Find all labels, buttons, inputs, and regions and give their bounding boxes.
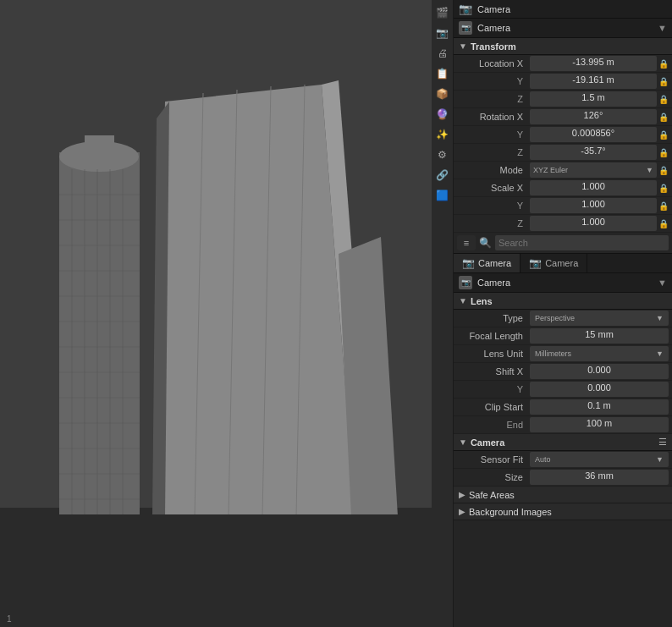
- shift-x-value[interactable]: 0.000: [530, 364, 669, 379]
- tab-camera-2[interactable]: 📷 Camera: [521, 254, 587, 272]
- location-x-row: Location X -13.995 m 🔒: [454, 55, 672, 73]
- tab-camera-1[interactable]: 📷 Camera: [454, 254, 521, 272]
- shift-x-label: Shift X: [454, 366, 530, 377]
- viewport[interactable]: 1: [0, 0, 432, 627]
- tab-row: 📷 Camera 📷 Camera: [454, 254, 672, 273]
- rotation-z-lock-icon[interactable]: 🔒: [658, 148, 669, 157]
- location-y-lock-icon[interactable]: 🔒: [658, 77, 669, 86]
- scale-z-value[interactable]: 1.000: [530, 216, 657, 231]
- lens-unit-row: Lens Unit Millimeters ▼: [454, 345, 672, 363]
- lens-unit-value: Millimeters: [535, 349, 571, 358]
- properties-panel: 📷 Camera 📷 Camera ▼ ▼ Transform Location…: [454, 0, 672, 627]
- lens-section-header[interactable]: ▼ Lens: [454, 293, 672, 310]
- rotation-z-value[interactable]: -35.7°: [530, 145, 657, 160]
- scale-y-row: Y 1.000 🔒: [454, 197, 672, 215]
- scale-z-lock-icon[interactable]: 🔒: [658, 219, 669, 228]
- scale-label: Scale X: [454, 183, 530, 193]
- focal-length-value[interactable]: 15 mm: [530, 328, 669, 344]
- size-row: Size 36 mm: [454, 469, 672, 487]
- rotation-y-label: Y: [454, 129, 530, 140]
- camera-dropdown-row2[interactable]: 📷 Camera ▼: [454, 273, 672, 293]
- size-value[interactable]: 36 mm: [530, 470, 669, 485]
- physics-icon-btn[interactable]: ⚙: [433, 146, 452, 164]
- search-input[interactable]: [495, 235, 669, 250]
- type-label: Type: [454, 313, 530, 323]
- mode-dropdown-value: XYZ Euler: [533, 166, 568, 174]
- scale-x-lock-icon[interactable]: 🔒: [658, 184, 669, 193]
- render-icon-btn[interactable]: 📷: [433, 24, 452, 42]
- clip-start-label: Clip Start: [454, 402, 530, 412]
- camera-section-header[interactable]: ▼ Camera ☰: [454, 434, 672, 451]
- background-images-toggle[interactable]: ▶ Background Images: [454, 503, 672, 520]
- clip-start-row: Clip Start 0.1 m: [454, 399, 672, 416]
- tab2-label: Camera: [545, 258, 578, 268]
- svg-marker-23: [157, 85, 355, 516]
- location-x-value[interactable]: -13.995 m: [530, 56, 657, 71]
- rotation-y-lock-icon[interactable]: 🔒: [658, 130, 669, 140]
- type-dropdown[interactable]: Perspective ▼: [530, 311, 669, 326]
- shift-y-value[interactable]: 0.000: [530, 382, 669, 397]
- shift-x-row: Shift X 0.000: [454, 363, 672, 381]
- clip-start-value[interactable]: 0.1 m: [530, 399, 669, 415]
- tab1-label: Camera: [478, 258, 511, 268]
- dropdown-arrow-icon: ▼: [658, 23, 667, 33]
- lens-arrow-icon: ▼: [459, 296, 467, 305]
- location-y-row: Y -19.161 m 🔒: [454, 73, 672, 91]
- sensor-fit-dropdown[interactable]: Auto ▼: [530, 452, 669, 467]
- location-x-lock-icon[interactable]: 🔒: [658, 59, 669, 69]
- svg-rect-31: [0, 514, 432, 519]
- scale-y-lock-icon[interactable]: 🔒: [658, 201, 669, 211]
- rotation-x-lock-icon[interactable]: 🔒: [658, 113, 669, 122]
- scale-y-label: Y: [454, 201, 530, 211]
- safe-areas-toggle[interactable]: ▶ Safe Areas: [454, 487, 672, 503]
- rotation-y-value[interactable]: 0.000856°: [530, 127, 657, 142]
- camera-dropdown-label: Camera: [477, 23, 510, 33]
- focal-length-row: Focal Length 15 mm: [454, 327, 672, 345]
- camera-section-title: Camera: [471, 437, 504, 448]
- constraints-icon-btn[interactable]: 🔗: [433, 166, 452, 184]
- rotation-label: Rotation X: [454, 112, 530, 122]
- scale-y-value[interactable]: 1.000: [530, 198, 657, 213]
- transform-section-header[interactable]: ▼ Transform: [454, 38, 672, 55]
- tab2-icon: 📷: [529, 257, 542, 269]
- focal-length-label: Focal Length: [454, 331, 530, 341]
- particles-icon-btn[interactable]: ✨: [433, 125, 452, 144]
- scale-x-value[interactable]: 1.000: [530, 180, 657, 195]
- search-bar: ≡ 🔍: [454, 233, 672, 254]
- search-toggle-btn[interactable]: ≡: [457, 235, 476, 250]
- scene-icon-btn[interactable]: 🎬: [433, 3, 452, 22]
- tab1-icon: 📷: [462, 257, 475, 269]
- location-z-lock-icon[interactable]: 🔒: [658, 95, 669, 104]
- view-layer-icon-btn[interactable]: 📋: [433, 64, 452, 83]
- sensor-fit-row: Sensor Fit Auto ▼: [454, 451, 672, 469]
- object-icon-btn[interactable]: 🟦: [433, 186, 452, 205]
- type-dropdown-arrow: ▼: [656, 314, 664, 322]
- lens-unit-dropdown[interactable]: Millimeters ▼: [530, 346, 669, 361]
- object-data-icon-btn[interactable]: 📦: [433, 85, 452, 103]
- mode-label: Mode: [454, 165, 530, 175]
- lens-section-title: Lens: [471, 296, 493, 306]
- clip-end-value[interactable]: 100 m: [530, 417, 669, 432]
- mode-lock-icon[interactable]: 🔒: [658, 166, 669, 175]
- safe-areas-arrow-icon: ▶: [459, 490, 465, 499]
- sensor-fit-value: Auto: [535, 455, 551, 464]
- scale-z-label: Z: [454, 218, 530, 228]
- mode-dropdown-arrow: ▼: [646, 166, 653, 174]
- location-y-value[interactable]: -19.161 m: [530, 74, 657, 89]
- mode-dropdown[interactable]: XYZ Euler ▼: [530, 162, 657, 178]
- type-row: Type Perspective ▼: [454, 310, 672, 327]
- camera-dropdown2-label: Camera: [477, 278, 510, 288]
- output-icon-btn[interactable]: 🖨: [433, 44, 452, 63]
- rotation-z-label: Z: [454, 147, 530, 157]
- dropdown-arrow2-icon: ▼: [658, 278, 667, 288]
- camera-dropdown-row[interactable]: 📷 Camera ▼: [454, 19, 672, 38]
- rotation-z-row: Z -35.7° 🔒: [454, 144, 672, 162]
- lens-unit-arrow: ▼: [656, 349, 664, 358]
- material-icon-btn[interactable]: 🔮: [433, 105, 452, 124]
- svg-rect-4: [85, 135, 114, 161]
- rotation-x-value[interactable]: 126°: [530, 109, 657, 124]
- rotation-y-row: Y 0.000856° 🔒: [454, 126, 672, 144]
- camera-header-label: Camera: [477, 4, 510, 14]
- location-z-value[interactable]: 1.5 m: [530, 91, 657, 107]
- camera-section-menu-icon[interactable]: ☰: [658, 437, 667, 448]
